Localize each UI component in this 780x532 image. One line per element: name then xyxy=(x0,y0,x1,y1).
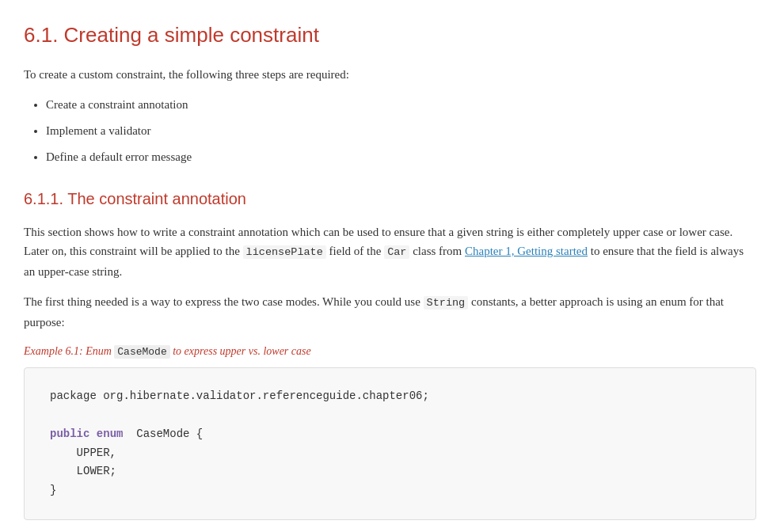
example-label-prefix: Example 6.1: Enum xyxy=(24,345,114,357)
section-title: 6.1. Creating a simple constraint xyxy=(24,19,756,52)
para1-code1: licensePlate xyxy=(243,245,326,259)
steps-list: Create a constraint annotation Implement… xyxy=(46,95,756,166)
para2-code: String xyxy=(424,296,469,310)
code-closing-brace: } xyxy=(50,484,56,496)
subsection-title: 6.1.1. The constraint annotation xyxy=(24,186,756,211)
para1-text-middle: field of the xyxy=(326,245,384,257)
para1: This section shows how to write a constr… xyxy=(24,222,756,282)
intro-paragraph: To create a custom constraint, the follo… xyxy=(24,65,756,85)
example-label-suffix: to express upper vs. lower case xyxy=(170,345,311,357)
para1-text-after-code: class from xyxy=(409,245,465,257)
list-item: Define a default error message xyxy=(46,147,756,167)
code-value-lower: LOWER; xyxy=(77,465,116,477)
para2-text-before: The first thing needed is a way to expre… xyxy=(24,295,424,308)
para1-code2: Car xyxy=(384,245,409,259)
example-label: Example 6.1: Enum CaseMode to express up… xyxy=(24,343,756,361)
example-label-code: CaseMode xyxy=(114,345,169,359)
code-keyword-public: public xyxy=(50,428,89,440)
list-item: Implement a validator xyxy=(46,121,756,141)
code-block: package org.hibernate.validator.referenc… xyxy=(24,367,756,520)
code-classname: CaseMode { xyxy=(130,428,203,440)
code-line1: package org.hibernate.validator.referenc… xyxy=(50,390,429,402)
code-value-upper: UPPER, xyxy=(77,446,116,459)
chapter1-link[interactable]: Chapter 1, Getting started xyxy=(465,245,588,257)
para2: The first thing needed is a way to expre… xyxy=(24,292,756,332)
list-item: Create a constraint annotation xyxy=(46,95,756,115)
code-keyword-enum: enum xyxy=(97,428,124,440)
